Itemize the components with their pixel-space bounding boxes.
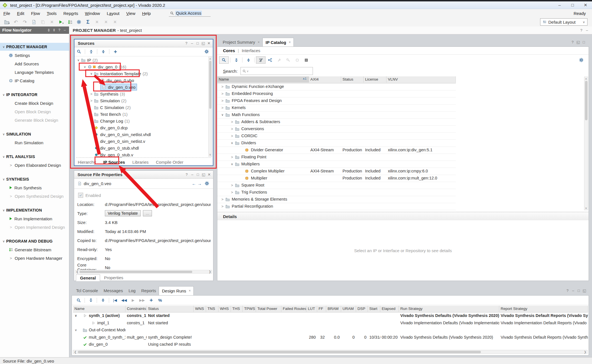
ip-row-dividers[interactable]: ∨Dividers (217, 139, 456, 147)
float-icon[interactable]: ◱ (575, 40, 581, 44)
enabled-checkbox[interactable] (78, 193, 83, 198)
sidebar-item-generate-bitstream[interactable]: 0110Generate Bitstream (0, 246, 69, 254)
tab-ip-sources[interactable]: IP Sources (103, 160, 125, 165)
step-back-icon[interactable]: ◀◀ (120, 297, 129, 304)
scroll-down-icon[interactable]: ∨ (584, 207, 588, 210)
minimize-icon[interactable]: – (553, 1, 566, 9)
scroll-up-icon[interactable]: ∧ (584, 77, 588, 80)
maximize-icon[interactable]: □ (566, 1, 579, 9)
sidebar-section-simulation[interactable]: ∨SIMULATION (0, 130, 69, 138)
tree-item-div_gen_0-dcp[interactable]: div_gen_0.dcp (74, 124, 207, 131)
ip-row-embedded-processing[interactable]: >Embedded Processing (217, 90, 456, 97)
sidebar-item-generate-block-design[interactable]: Generate Block Design (0, 116, 69, 124)
menu-item-layout[interactable]: Layout (103, 11, 123, 16)
ip-row-complex-multiplier[interactable]: Complex MultiplierAXI4-StreamProductionI… (217, 168, 456, 175)
maximize-icon[interactable]: □ (576, 288, 582, 293)
chevron-down-icon[interactable]: ∨ (76, 58, 81, 62)
expand-icon[interactable]: ⇕ (51, 28, 57, 32)
tree-item-simulation[interactable]: >Simulation(2) (74, 97, 207, 104)
chevron-right-icon[interactable]: > (229, 189, 235, 196)
column-header-whs[interactable]: WHS (218, 306, 231, 312)
menu-item-window[interactable]: Window (81, 11, 103, 16)
tab-compile-order[interactable]: Compile Order (156, 160, 184, 165)
maximize-icon[interactable]: □ (195, 41, 200, 45)
chevron-down-icon[interactable]: ∨ (229, 139, 235, 147)
settings-gear-icon[interactable] (202, 180, 211, 187)
back-icon[interactable]: ← (191, 181, 197, 186)
search-icon[interactable] (74, 297, 83, 304)
tree-item-div_gen_0[interactable]: ∨div_gen_0(16) (74, 63, 207, 70)
sidebar-section-project-manager[interactable]: ∨PROJECT MANAGER (0, 43, 69, 51)
add-icon[interactable] (147, 297, 156, 304)
chevron-right-icon[interactable]: > (220, 196, 225, 203)
column-header-run-strategy[interactable]: Run Strategy (399, 306, 499, 312)
sidebar-section-rtl-analysis[interactable]: ∨RTL ANALYSIS (0, 153, 69, 161)
sidebar-section-implementation[interactable]: ∨IMPLEMENTATION (0, 206, 69, 214)
ip-row-math-functions[interactable]: ∨Math Functions (217, 111, 456, 119)
expand-all-icon[interactable] (98, 297, 107, 304)
chevron-right-icon[interactable]: > (229, 182, 235, 189)
help-icon[interactable]: ? (570, 40, 575, 44)
ip-row-floating-point[interactable]: >Floating Point (217, 154, 456, 161)
info-icon[interactable] (302, 57, 311, 63)
menu-item-flow[interactable]: Flow (28, 11, 43, 16)
chevron-right-icon[interactable]: > (220, 90, 225, 97)
tree-item-test-bench[interactable]: >Test Bench(1) (74, 111, 207, 117)
tab-design-runs[interactable]: Design Runs× (159, 286, 194, 295)
run-row-synth_1--active-[interactable]: ∨synth_1 (active)constrs_1Not startedViv… (73, 312, 588, 319)
help-icon[interactable]: ? (578, 28, 584, 32)
sidebar-item-create-block-design[interactable]: Create Block Design (0, 99, 69, 107)
column-header-status[interactable]: Status (341, 76, 364, 83)
chevron-right-icon[interactable]: > (89, 112, 94, 116)
close-icon[interactable]: × (289, 40, 291, 44)
toolbar-attach-icon[interactable]: × (101, 19, 111, 25)
column-header-vlnv[interactable]: VLNV (386, 76, 456, 83)
tab-messages[interactable]: Messages (101, 286, 126, 295)
column-header-bram[interactable]: BRAM (326, 306, 341, 312)
column-header-constraints[interactable]: Constraints (125, 306, 147, 312)
toolbar-run-icon[interactable]: ▾ (56, 19, 65, 25)
go-to-start-icon[interactable]: |◀ (111, 297, 120, 304)
float-icon[interactable]: ◱ (201, 172, 206, 177)
type-value-button[interactable]: Verilog Template (105, 210, 141, 216)
scroll-up-icon[interactable]: ∧ (209, 57, 212, 60)
sidebar-section-program-and-debug[interactable]: ∨PROGRAM AND DEBUG (0, 237, 69, 245)
menu-item-help[interactable]: Help (139, 11, 154, 16)
minimize-icon[interactable]: – (570, 288, 576, 293)
toolbar-report-icon[interactable] (29, 19, 38, 25)
fast-forward-icon[interactable]: ▶▶ (138, 297, 147, 304)
more-button[interactable]: ... (143, 210, 152, 216)
design-runs-h-scrollbar[interactable]: ❮ ❯ (73, 350, 587, 354)
ip-row-memories---storage-elements[interactable]: >Memories & Storage Elements (217, 196, 456, 203)
menu-item-edit[interactable]: Edit (14, 11, 28, 16)
close-icon[interactable]: ✕ (206, 172, 212, 177)
tree-item-synthesis[interactable]: >Synthesis(3) (74, 90, 207, 97)
close-icon[interactable]: × (189, 289, 191, 293)
sidebar-item-open-synthesized-design[interactable]: >Open Synthesized Design (0, 192, 69, 200)
collapse-all-icon[interactable] (87, 48, 96, 55)
chevron-down-icon[interactable]: ∨ (220, 111, 225, 118)
chip-icon[interactable] (293, 57, 302, 63)
tab-log[interactable]: Log (126, 286, 138, 295)
help-icon[interactable]: ? (184, 41, 189, 45)
run-row-out-of-context-module-runs[interactable]: ∨Out-of-Context Module Runs (73, 327, 588, 334)
tree-item-ip[interactable]: ∨IP(2) (74, 57, 207, 63)
sidebar-item-open-elaborated-design[interactable]: >Open Elaborated Design (0, 161, 69, 169)
column-header-lut[interactable]: LUT (306, 306, 317, 312)
tree-item-div_gen_0_sim_netlist-vhdl[interactable]: div_gen_0_sim_netlist.vhdl (74, 131, 207, 138)
sidebar-item-language-templates[interactable]: Language Templates (0, 68, 69, 76)
expand-all-icon[interactable] (244, 57, 253, 63)
expand-all-icon[interactable] (99, 48, 108, 55)
tree-item-instantiation-template[interactable]: ∨Instantiation Template(2) (74, 70, 207, 77)
menu-item-reports[interactable]: Reports (60, 11, 82, 16)
tab-tcl-console[interactable]: Tcl Console (73, 286, 101, 295)
close-icon[interactable]: × (258, 40, 260, 44)
run-row-impl_1[interactable]: impl_1constrs_1Not startedVivado Impleme… (73, 319, 588, 327)
minimize-icon[interactable]: – (189, 41, 195, 45)
column-header-elapsed[interactable]: Elapsed (380, 306, 399, 312)
sidebar-item-settings[interactable]: Settings (0, 51, 69, 59)
sidebar-item-run-synthesis[interactable]: Run Synthesis (0, 184, 69, 192)
tab-cores[interactable]: Cores (223, 48, 235, 53)
collapse-all-icon[interactable] (232, 57, 241, 63)
chevron-right-icon[interactable]: > (89, 99, 94, 103)
